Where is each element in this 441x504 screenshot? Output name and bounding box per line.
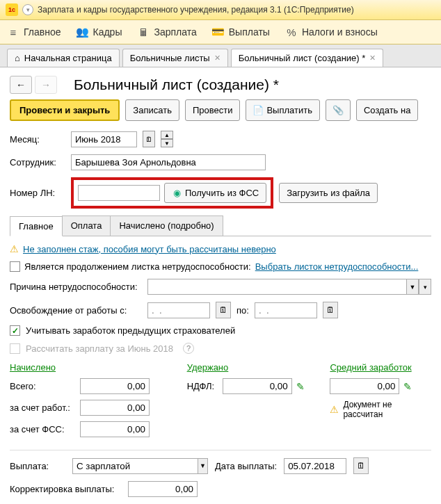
- titlebar: 1c ▾ Зарплата и кадры государственного у…: [0, 0, 441, 20]
- ndfl-label: НДФЛ:: [187, 381, 218, 391]
- month-label: Месяц:: [10, 134, 65, 145]
- people-icon: 👥: [77, 26, 89, 38]
- total-input[interactable]: [80, 378, 150, 394]
- clip-icon: 📎: [333, 106, 343, 115]
- help-icon[interactable]: ?: [183, 343, 194, 354]
- edit-icon[interactable]: ✎: [296, 381, 305, 392]
- tab-sick-lists[interactable]: Больничные листы ✕: [122, 49, 228, 67]
- calendar-paydate-button[interactable]: 🗓: [353, 457, 369, 474]
- percent-icon: %: [285, 26, 298, 38]
- pay-button[interactable]: 📄Выплатить: [246, 99, 320, 121]
- payment-label: Выплата:: [10, 461, 65, 471]
- not-calculated-label: Документ не рассчитан: [343, 400, 431, 419]
- divider: [10, 450, 431, 450]
- fss-highlight: ◉ Получить из ФСС: [71, 177, 273, 209]
- month-spinner[interactable]: ▲ ▼: [161, 131, 173, 147]
- warning-icon: ⚠: [10, 243, 19, 254]
- edit-icon[interactable]: ✎: [403, 381, 412, 392]
- continuation-checkbox[interactable]: [10, 261, 20, 272]
- reason-label: Причина нетрудоспособности:: [10, 282, 142, 292]
- back-button[interactable]: ←: [10, 76, 32, 94]
- stazh-warning-link[interactable]: Не заполнен стаж, пособия могут быть рас…: [23, 244, 276, 254]
- withheld-link[interactable]: Удержано: [187, 362, 229, 373]
- ln-label: Номер ЛН:: [10, 188, 65, 198]
- use-prev-label: Учитывать заработок предыдущих страховат…: [26, 325, 235, 336]
- home-icon: ⌂: [15, 53, 20, 63]
- open-icon[interactable]: ▾: [419, 279, 431, 295]
- attach-button[interactable]: 📎: [326, 99, 351, 121]
- document-tabs: ⌂ Начальная страница Больничные листы ✕ …: [0, 44, 441, 67]
- date-from-input[interactable]: [147, 302, 210, 318]
- dropdown-icon[interactable]: ▾: [22, 4, 33, 15]
- menu-salary[interactable]: 🖩 Зарплата: [137, 26, 196, 38]
- payment-mode-input[interactable]: [72, 458, 198, 474]
- main-menu: ≡ Главное 👥 Кадры 🖩 Зарплата 💳 Выплаты %…: [0, 20, 441, 44]
- period-to-label: по:: [236, 305, 249, 316]
- recalc-checkbox: [10, 343, 20, 354]
- section-tabs: Главное Оплата Начислено (подробно): [10, 216, 431, 236]
- employee-input[interactable]: [71, 154, 266, 170]
- tab-sick-list-create[interactable]: Больничный лист (создание) * ✕: [231, 49, 384, 67]
- ndfl-input[interactable]: [223, 378, 292, 394]
- fss-input[interactable]: [80, 421, 150, 437]
- menu-icon: ≡: [7, 26, 19, 38]
- payment-mode-combo[interactable]: ▼: [72, 458, 208, 474]
- get-from-fss-button[interactable]: ◉ Получить из ФСС: [164, 183, 266, 203]
- load-from-file-button[interactable]: Загрузить из файла: [279, 183, 378, 203]
- pay-date-label: Дата выплаты:: [215, 461, 277, 471]
- subtab-payment[interactable]: Оплата: [62, 216, 111, 236]
- create-based-on-button[interactable]: Создать на: [356, 99, 418, 121]
- wallet-icon: 💳: [212, 26, 225, 38]
- app-logo-icon: 1c: [6, 3, 18, 16]
- employee-label: Сотрудник:: [10, 157, 65, 168]
- form-body: ← → Больничный лист (создание) * Провест…: [0, 67, 441, 504]
- page-title: Больничный лист (создание) *: [74, 76, 279, 93]
- subtab-main[interactable]: Главное: [10, 216, 63, 236]
- chevron-down-icon[interactable]: ▼: [406, 279, 419, 295]
- warning-icon: ⚠: [330, 404, 339, 415]
- chevron-down-icon[interactable]: ▼: [161, 139, 173, 147]
- calendar-button[interactable]: 🗓: [143, 131, 155, 147]
- accrued-link[interactable]: Начислено: [10, 362, 56, 373]
- fss-icon: ◉: [172, 188, 182, 198]
- recalc-label: Рассчитать зарплату за Июнь 2018: [26, 343, 173, 354]
- period-label: Освобождение от работы с:: [10, 305, 142, 316]
- use-prev-checkbox[interactable]: [10, 325, 20, 336]
- menu-main[interactable]: ≡ Главное: [7, 26, 61, 38]
- fss-part-label: за счет ФСС:: [10, 424, 76, 434]
- calendar-from-button[interactable]: 🗓: [216, 302, 231, 318]
- calendar-to-button[interactable]: 🗓: [323, 302, 338, 318]
- reason-input[interactable]: [147, 279, 406, 295]
- ln-number-input[interactable]: [78, 185, 160, 201]
- write-button[interactable]: Записать: [125, 99, 179, 121]
- select-sick-list-link[interactable]: Выбрать листок нетрудоспособности...: [255, 261, 419, 272]
- avg-earning-link[interactable]: Средний заработок: [330, 362, 411, 373]
- calculator-icon: 🖩: [137, 26, 150, 38]
- calculation-block: Начислено Всего: за счет работ.: за счет…: [10, 362, 431, 443]
- continuation-label: Является продолжением листка нетрудоспос…: [24, 261, 251, 272]
- menu-personnel[interactable]: 👥 Кадры: [77, 26, 122, 38]
- pay-date-input[interactable]: [284, 458, 346, 474]
- month-input[interactable]: [71, 131, 137, 147]
- forward-button[interactable]: →: [35, 76, 57, 94]
- toolbar: Провести и закрыть Записать Провести 📄Вы…: [10, 99, 431, 121]
- chevron-up-icon[interactable]: ▲: [161, 131, 173, 139]
- reason-combo[interactable]: ▼ ▾: [147, 279, 431, 295]
- close-icon[interactable]: ✕: [214, 54, 220, 63]
- total-label: Всего:: [10, 381, 76, 391]
- tab-start-page[interactable]: ⌂ Начальная страница: [7, 49, 120, 67]
- correction-input[interactable]: [128, 481, 198, 497]
- employer-input[interactable]: [80, 400, 150, 416]
- menu-taxes[interactable]: % Налоги и взносы: [285, 26, 378, 38]
- close-icon[interactable]: ✕: [369, 54, 376, 63]
- post-button[interactable]: Провести: [185, 99, 241, 121]
- menu-payments[interactable]: 💳 Выплаты: [212, 26, 270, 38]
- window-title: Зарплата и кадры государственного учрежд…: [38, 5, 354, 15]
- chevron-down-icon[interactable]: ▼: [198, 458, 208, 474]
- pay-icon: 📄: [253, 106, 263, 115]
- post-and-close-button[interactable]: Провести и закрыть: [10, 99, 120, 121]
- employer-label: за счет работ.:: [10, 403, 76, 413]
- avg-input[interactable]: [330, 378, 399, 394]
- date-to-input[interactable]: [255, 302, 317, 318]
- subtab-accrued[interactable]: Начислено (подробно): [110, 216, 223, 236]
